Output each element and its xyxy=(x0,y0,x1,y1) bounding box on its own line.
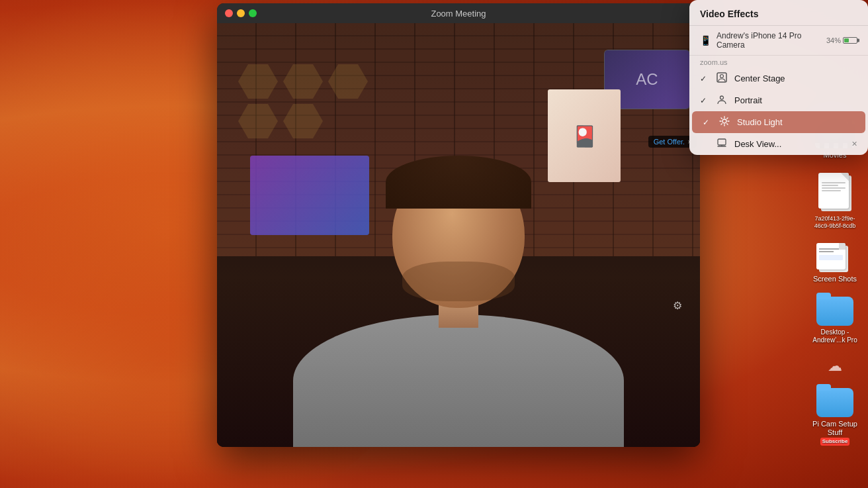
check-portrait: ✓ xyxy=(700,96,709,105)
menu-item-center-stage[interactable]: ✓ Center Stage xyxy=(689,68,868,89)
desktop-icon-pi-cam[interactable]: Pi Cam Setup Stuff Subscribe xyxy=(808,388,861,446)
check-studio-light: ✓ xyxy=(703,118,712,127)
battery-indicator: 34% xyxy=(826,36,857,44)
device-row: 📱 Andrew's iPhone 14 Pro Camera 34% xyxy=(689,26,868,56)
window-title: Zoom Meeting xyxy=(431,9,486,19)
check-center-stage: ✓ xyxy=(700,74,709,83)
video-effects-panel: Video Effects 📱 Andrew's iPhone 14 Pro C… xyxy=(689,0,868,155)
panel-title: Video Effects xyxy=(700,9,758,19)
pi-cam-icon-label: Pi Cam Setup Stuff Subscribe xyxy=(808,420,861,446)
close-button[interactable] xyxy=(225,9,233,17)
battery-bar xyxy=(843,37,857,44)
menu-item-studio-light[interactable]: ✓ Studio Light xyxy=(692,111,865,133)
desktop-icon-screenshots[interactable]: Screen Shots xyxy=(808,243,861,283)
desk-view-label: Desk View... xyxy=(734,139,845,149)
battery-fill xyxy=(844,38,849,42)
desktop-icon-cloud[interactable]: ☁ xyxy=(808,358,861,375)
desktop-icon-file[interactable]: 7a20f413-2f9e-46c9-9b5f-8cdb xyxy=(808,173,861,230)
svg-line-9 xyxy=(727,124,728,124)
window-controls xyxy=(225,9,257,17)
get-offer-label[interactable]: Get Offer. xyxy=(654,138,685,146)
source-label: zoom.us xyxy=(689,56,868,68)
svg-point-1 xyxy=(720,75,724,78)
studio-light-label: Studio Light xyxy=(737,117,855,127)
center-stage-icon xyxy=(716,72,728,85)
device-icon: 📱 xyxy=(700,35,711,46)
studio-light-icon xyxy=(718,116,730,128)
portrait-icon xyxy=(716,94,728,107)
desktop: Zoom Meeting xyxy=(0,0,868,488)
svg-line-8 xyxy=(721,118,722,119)
desktop-folder-icon-label: Desktop - Andrew'...k Pro xyxy=(808,328,861,344)
device-name: Andrew's iPhone 14 Pro Camera xyxy=(716,31,821,50)
svg-line-11 xyxy=(721,124,722,124)
cloud-icon: ☁ xyxy=(828,358,842,375)
svg-point-3 xyxy=(722,119,726,123)
video-background: 🎴 AC Get Offer. × ⚙ xyxy=(217,23,700,447)
screenshots-icon-label: Screen Shots xyxy=(813,275,857,283)
zoom-window: Zoom Meeting xyxy=(217,3,700,447)
desk-view-icon xyxy=(716,138,728,150)
panel-header: Video Effects xyxy=(689,0,868,26)
svg-rect-12 xyxy=(718,139,726,145)
file-icon-label: 7a20f413-2f9e-46c9-9b5f-8cdb xyxy=(808,215,861,230)
svg-line-10 xyxy=(727,118,728,119)
zoom-titlebar: Zoom Meeting xyxy=(217,3,700,23)
desktop-icons: Movies 7a20f413-2f9e-46c9-9b5f-8cdb xyxy=(808,119,861,446)
zoom-video-area: 🎴 AC Get Offer. × ⚙ xyxy=(217,23,700,447)
portrait-label: Portrait xyxy=(734,95,857,105)
desktop-icon-desktop-folder[interactable]: Desktop - Andrew'...k Pro xyxy=(808,297,861,344)
center-stage-label: Center Stage xyxy=(734,73,857,83)
desk-view-close[interactable]: ✕ xyxy=(851,140,857,148)
menu-item-desk-view[interactable]: ✓ Desk View... ✕ xyxy=(689,133,868,155)
subscribe-badge: Subscribe xyxy=(820,438,850,446)
settings-button[interactable]: ⚙ xyxy=(668,296,687,315)
menu-item-portrait[interactable]: ✓ Portrait xyxy=(689,89,868,111)
minimize-button[interactable] xyxy=(237,9,245,17)
svg-point-2 xyxy=(720,96,724,99)
battery-percent: 34% xyxy=(826,36,841,44)
maximize-button[interactable] xyxy=(249,9,257,17)
